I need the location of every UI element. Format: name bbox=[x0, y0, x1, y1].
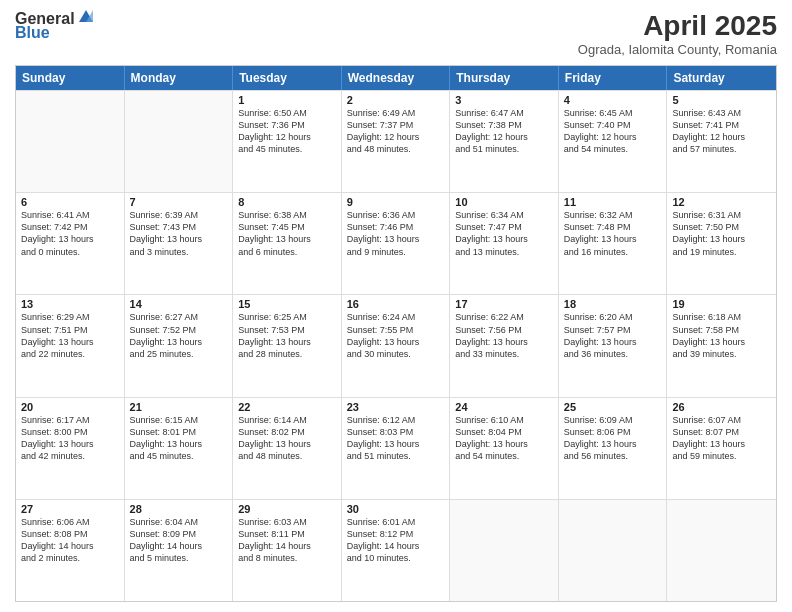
day-details: Sunrise: 6:04 AMSunset: 8:09 PMDaylight:… bbox=[130, 516, 228, 565]
day-number: 11 bbox=[564, 196, 662, 208]
day-cell-4: 4Sunrise: 6:45 AMSunset: 7:40 PMDaylight… bbox=[559, 91, 668, 192]
day-cell-22: 22Sunrise: 6:14 AMSunset: 8:02 PMDayligh… bbox=[233, 398, 342, 499]
page: General Blue April 2025 Ograda, Ialomita… bbox=[0, 0, 792, 612]
empty-cell bbox=[559, 500, 668, 601]
day-details: Sunrise: 6:06 AMSunset: 8:08 PMDaylight:… bbox=[21, 516, 119, 565]
header: General Blue April 2025 Ograda, Ialomita… bbox=[15, 10, 777, 57]
day-details: Sunrise: 6:18 AMSunset: 7:58 PMDaylight:… bbox=[672, 311, 771, 360]
day-details: Sunrise: 6:15 AMSunset: 8:01 PMDaylight:… bbox=[130, 414, 228, 463]
day-cell-30: 30Sunrise: 6:01 AMSunset: 8:12 PMDayligh… bbox=[342, 500, 451, 601]
day-cell-19: 19Sunrise: 6:18 AMSunset: 7:58 PMDayligh… bbox=[667, 295, 776, 396]
day-number: 3 bbox=[455, 94, 553, 106]
empty-cell bbox=[667, 500, 776, 601]
day-number: 30 bbox=[347, 503, 445, 515]
day-details: Sunrise: 6:47 AMSunset: 7:38 PMDaylight:… bbox=[455, 107, 553, 156]
empty-cell bbox=[125, 91, 234, 192]
day-cell-21: 21Sunrise: 6:15 AMSunset: 8:01 PMDayligh… bbox=[125, 398, 234, 499]
day-number: 20 bbox=[21, 401, 119, 413]
day-details: Sunrise: 6:32 AMSunset: 7:48 PMDaylight:… bbox=[564, 209, 662, 258]
logo-block: General Blue bbox=[15, 10, 95, 42]
day-cell-20: 20Sunrise: 6:17 AMSunset: 8:00 PMDayligh… bbox=[16, 398, 125, 499]
day-number: 24 bbox=[455, 401, 553, 413]
day-cell-6: 6Sunrise: 6:41 AMSunset: 7:42 PMDaylight… bbox=[16, 193, 125, 294]
day-number: 5 bbox=[672, 94, 771, 106]
calendar-week-2: 6Sunrise: 6:41 AMSunset: 7:42 PMDaylight… bbox=[16, 192, 776, 294]
day-details: Sunrise: 6:09 AMSunset: 8:06 PMDaylight:… bbox=[564, 414, 662, 463]
day-cell-29: 29Sunrise: 6:03 AMSunset: 8:11 PMDayligh… bbox=[233, 500, 342, 601]
day-cell-8: 8Sunrise: 6:38 AMSunset: 7:45 PMDaylight… bbox=[233, 193, 342, 294]
day-number: 18 bbox=[564, 298, 662, 310]
day-details: Sunrise: 6:27 AMSunset: 7:52 PMDaylight:… bbox=[130, 311, 228, 360]
day-number: 17 bbox=[455, 298, 553, 310]
day-cell-16: 16Sunrise: 6:24 AMSunset: 7:55 PMDayligh… bbox=[342, 295, 451, 396]
day-details: Sunrise: 6:03 AMSunset: 8:11 PMDaylight:… bbox=[238, 516, 336, 565]
day-number: 23 bbox=[347, 401, 445, 413]
day-number: 29 bbox=[238, 503, 336, 515]
day-cell-27: 27Sunrise: 6:06 AMSunset: 8:08 PMDayligh… bbox=[16, 500, 125, 601]
day-details: Sunrise: 6:45 AMSunset: 7:40 PMDaylight:… bbox=[564, 107, 662, 156]
day-details: Sunrise: 6:41 AMSunset: 7:42 PMDaylight:… bbox=[21, 209, 119, 258]
location-subtitle: Ograda, Ialomita County, Romania bbox=[578, 42, 777, 57]
day-details: Sunrise: 6:31 AMSunset: 7:50 PMDaylight:… bbox=[672, 209, 771, 258]
day-details: Sunrise: 6:34 AMSunset: 7:47 PMDaylight:… bbox=[455, 209, 553, 258]
day-number: 2 bbox=[347, 94, 445, 106]
day-number: 6 bbox=[21, 196, 119, 208]
day-details: Sunrise: 6:22 AMSunset: 7:56 PMDaylight:… bbox=[455, 311, 553, 360]
day-header-tuesday: Tuesday bbox=[233, 66, 342, 90]
calendar-header-row: SundayMondayTuesdayWednesdayThursdayFrid… bbox=[16, 66, 776, 90]
day-details: Sunrise: 6:36 AMSunset: 7:46 PMDaylight:… bbox=[347, 209, 445, 258]
day-number: 14 bbox=[130, 298, 228, 310]
day-cell-1: 1Sunrise: 6:50 AMSunset: 7:36 PMDaylight… bbox=[233, 91, 342, 192]
day-cell-14: 14Sunrise: 6:27 AMSunset: 7:52 PMDayligh… bbox=[125, 295, 234, 396]
day-cell-11: 11Sunrise: 6:32 AMSunset: 7:48 PMDayligh… bbox=[559, 193, 668, 294]
day-cell-24: 24Sunrise: 6:10 AMSunset: 8:04 PMDayligh… bbox=[450, 398, 559, 499]
calendar-week-3: 13Sunrise: 6:29 AMSunset: 7:51 PMDayligh… bbox=[16, 294, 776, 396]
day-details: Sunrise: 6:39 AMSunset: 7:43 PMDaylight:… bbox=[130, 209, 228, 258]
day-header-sunday: Sunday bbox=[16, 66, 125, 90]
day-cell-18: 18Sunrise: 6:20 AMSunset: 7:57 PMDayligh… bbox=[559, 295, 668, 396]
day-cell-5: 5Sunrise: 6:43 AMSunset: 7:41 PMDaylight… bbox=[667, 91, 776, 192]
day-details: Sunrise: 6:49 AMSunset: 7:37 PMDaylight:… bbox=[347, 107, 445, 156]
day-header-thursday: Thursday bbox=[450, 66, 559, 90]
day-cell-12: 12Sunrise: 6:31 AMSunset: 7:50 PMDayligh… bbox=[667, 193, 776, 294]
day-details: Sunrise: 6:38 AMSunset: 7:45 PMDaylight:… bbox=[238, 209, 336, 258]
day-details: Sunrise: 6:43 AMSunset: 7:41 PMDaylight:… bbox=[672, 107, 771, 156]
calendar: SundayMondayTuesdayWednesdayThursdayFrid… bbox=[15, 65, 777, 602]
calendar-week-5: 27Sunrise: 6:06 AMSunset: 8:08 PMDayligh… bbox=[16, 499, 776, 601]
day-details: Sunrise: 6:50 AMSunset: 7:36 PMDaylight:… bbox=[238, 107, 336, 156]
day-cell-9: 9Sunrise: 6:36 AMSunset: 7:46 PMDaylight… bbox=[342, 193, 451, 294]
day-number: 1 bbox=[238, 94, 336, 106]
day-number: 7 bbox=[130, 196, 228, 208]
day-header-monday: Monday bbox=[125, 66, 234, 90]
day-details: Sunrise: 6:10 AMSunset: 8:04 PMDaylight:… bbox=[455, 414, 553, 463]
calendar-week-1: 1Sunrise: 6:50 AMSunset: 7:36 PMDaylight… bbox=[16, 90, 776, 192]
day-number: 10 bbox=[455, 196, 553, 208]
calendar-body: 1Sunrise: 6:50 AMSunset: 7:36 PMDaylight… bbox=[16, 90, 776, 601]
day-number: 27 bbox=[21, 503, 119, 515]
day-details: Sunrise: 6:29 AMSunset: 7:51 PMDaylight:… bbox=[21, 311, 119, 360]
day-number: 4 bbox=[564, 94, 662, 106]
day-details: Sunrise: 6:25 AMSunset: 7:53 PMDaylight:… bbox=[238, 311, 336, 360]
day-number: 28 bbox=[130, 503, 228, 515]
day-cell-26: 26Sunrise: 6:07 AMSunset: 8:07 PMDayligh… bbox=[667, 398, 776, 499]
day-cell-7: 7Sunrise: 6:39 AMSunset: 7:43 PMDaylight… bbox=[125, 193, 234, 294]
day-cell-23: 23Sunrise: 6:12 AMSunset: 8:03 PMDayligh… bbox=[342, 398, 451, 499]
day-details: Sunrise: 6:12 AMSunset: 8:03 PMDaylight:… bbox=[347, 414, 445, 463]
title-block: April 2025 Ograda, Ialomita County, Roma… bbox=[578, 10, 777, 57]
day-number: 13 bbox=[21, 298, 119, 310]
day-number: 15 bbox=[238, 298, 336, 310]
day-cell-13: 13Sunrise: 6:29 AMSunset: 7:51 PMDayligh… bbox=[16, 295, 125, 396]
day-number: 22 bbox=[238, 401, 336, 413]
day-cell-17: 17Sunrise: 6:22 AMSunset: 7:56 PMDayligh… bbox=[450, 295, 559, 396]
day-details: Sunrise: 6:17 AMSunset: 8:00 PMDaylight:… bbox=[21, 414, 119, 463]
logo: General Blue bbox=[15, 10, 95, 42]
day-number: 9 bbox=[347, 196, 445, 208]
day-details: Sunrise: 6:20 AMSunset: 7:57 PMDaylight:… bbox=[564, 311, 662, 360]
calendar-week-4: 20Sunrise: 6:17 AMSunset: 8:00 PMDayligh… bbox=[16, 397, 776, 499]
day-number: 8 bbox=[238, 196, 336, 208]
day-cell-2: 2Sunrise: 6:49 AMSunset: 7:37 PMDaylight… bbox=[342, 91, 451, 192]
day-details: Sunrise: 6:07 AMSunset: 8:07 PMDaylight:… bbox=[672, 414, 771, 463]
day-header-wednesday: Wednesday bbox=[342, 66, 451, 90]
day-number: 25 bbox=[564, 401, 662, 413]
day-header-saturday: Saturday bbox=[667, 66, 776, 90]
